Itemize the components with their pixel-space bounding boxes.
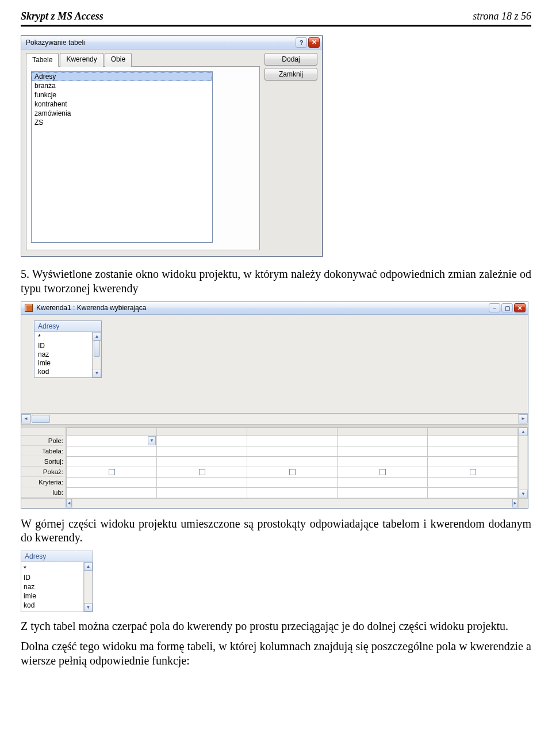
header-right: strona 18 z 56 (473, 10, 531, 22)
grid-cell[interactable] (67, 436, 157, 446)
fieldlist-title: Adresy (34, 321, 101, 332)
field-item[interactable]: * (37, 333, 90, 342)
close-button[interactable]: Zamknij (264, 68, 317, 81)
scroll-track[interactable] (72, 499, 512, 508)
fieldlist-adresy-small[interactable]: Adresy * ID naz imie kod ▲ ▼ (21, 551, 93, 612)
table-row (67, 456, 518, 467)
field-dropdown-icon[interactable]: ▼ (148, 436, 156, 445)
scroll-up-icon[interactable]: ▲ (93, 332, 101, 341)
table-row (67, 487, 518, 498)
field-item[interactable]: imie (37, 359, 90, 368)
scroll-right-icon[interactable]: ► (519, 414, 528, 423)
tab-tabele[interactable]: Tabele (26, 53, 59, 67)
table-row (67, 446, 518, 456)
dialog-close-button[interactable]: ✕ (308, 37, 320, 48)
tab-kwerendy[interactable]: Kwerendy (60, 53, 103, 67)
field-item[interactable]: ID (24, 573, 81, 582)
query-design-window: Kwerenda1 : Kwerenda wybierająca – ▢ ✕ A… (21, 301, 528, 509)
row-label-pole: Pole: (21, 436, 63, 446)
table-row (67, 436, 518, 446)
upper-hscrollbar[interactable]: ◄ ► (21, 414, 528, 424)
row-label-kryteria: Kryteria: (21, 477, 63, 487)
maximize-button[interactable]: ▢ (501, 303, 513, 312)
row-label-sortuj: Sortuj: (21, 456, 63, 467)
scroll-track[interactable] (93, 341, 101, 369)
grid-row-labels: Pole: Tabela: Sortuj: Pokaż: Kryteria: l… (21, 427, 66, 498)
scroll-down-icon[interactable]: ▼ (519, 490, 528, 498)
fieldlist-items[interactable]: * ID naz imie kod (34, 332, 92, 377)
grid-table[interactable] (66, 427, 518, 498)
table-listbox[interactable]: Adresy branża funkcje kontrahent zamówie… (31, 71, 213, 243)
grid-hscrollbar[interactable]: ◄ ► (21, 498, 528, 508)
scroll-left-icon[interactable]: ◄ (66, 499, 72, 507)
table-row (67, 477, 518, 487)
query-upper-pane[interactable]: Adresy * ID naz imie kod ▲ ▼ (21, 315, 528, 414)
scroll-up-icon[interactable]: ▲ (519, 427, 528, 436)
grid-vscrollbar[interactable]: ▲ ▼ (518, 427, 528, 498)
scroll-up-icon[interactable]: ▲ (84, 562, 93, 571)
paragraph-upper-desc: W górnej części widoku projektu umieszcz… (21, 517, 531, 545)
list-item[interactable]: ZS (32, 118, 212, 127)
table-row (67, 467, 518, 477)
query-design-grid: Pole: Tabela: Sortuj: Pokaż: Kryteria: l… (21, 427, 528, 498)
dialog-title: Pokazywanie tabeli (26, 39, 294, 47)
field-item[interactable]: ID (37, 342, 90, 350)
dialog-help-button[interactable]: ? (296, 37, 307, 48)
show-checkbox[interactable] (109, 469, 115, 475)
query-titlebar[interactable]: Kwerenda1 : Kwerenda wybierająca – ▢ ✕ (21, 302, 528, 315)
window-close-button[interactable]: ✕ (514, 303, 526, 312)
table-fieldlist-adresy[interactable]: Adresy * ID naz imie kod ▲ ▼ (34, 320, 102, 378)
scroll-left-icon[interactable]: ◄ (21, 414, 30, 423)
dialog-titlebar[interactable]: Pokazywanie tabeli ? ✕ (21, 36, 322, 49)
grid-cells-area[interactable]: ▼ (66, 427, 518, 498)
show-checkbox[interactable] (199, 469, 205, 475)
scroll-right-icon[interactable]: ► (512, 499, 518, 507)
scroll-thumb[interactable] (94, 341, 100, 357)
header-left: Skrypt z MS Access (21, 10, 103, 22)
fieldlist-scrollbar[interactable]: ▲ ▼ (92, 332, 101, 377)
list-item[interactable]: branża (32, 81, 212, 90)
header-rule (21, 25, 531, 27)
show-checkbox[interactable] (379, 469, 386, 475)
field-item[interactable]: imie (24, 591, 81, 601)
list-item[interactable]: kontrahent (32, 100, 212, 109)
add-button[interactable]: Dodaj (264, 53, 317, 66)
field-item[interactable]: kod (24, 601, 81, 610)
show-checkbox[interactable] (289, 469, 296, 475)
smallbox-scrollbar[interactable]: ▲ ▼ (83, 562, 93, 612)
scroll-track[interactable] (30, 414, 519, 424)
tab-obie[interactable]: Obie (105, 53, 132, 67)
dialog-tabpanel: Adresy branża funkcje kontrahent zamówie… (26, 66, 260, 250)
dialog-tabstrip: Tabele Kwerendy Obie (26, 53, 260, 67)
row-label-tabela: Tabela: (21, 446, 63, 456)
paragraph-lower-desc: Dolna część tego widoku ma formę tabeli,… (21, 639, 531, 668)
query-window-title: Kwerenda1 : Kwerenda wybierająca (36, 304, 488, 312)
minimize-button[interactable]: – (489, 303, 500, 312)
field-item[interactable]: * (24, 564, 81, 573)
field-item[interactable]: naz (24, 582, 81, 591)
paragraph-step5: 5. Wyświetlone zostanie okno widoku proj… (21, 267, 531, 296)
row-label-pokaz: Pokaż: (21, 467, 63, 477)
scroll-thumb[interactable] (32, 415, 50, 423)
query-window-icon (25, 304, 33, 312)
smallbox-title: Adresy (21, 551, 93, 562)
list-item[interactable]: Adresy (32, 72, 212, 81)
list-item[interactable]: zamówienia (32, 109, 212, 118)
field-item[interactable]: kod (37, 368, 90, 376)
scroll-track[interactable] (519, 436, 528, 490)
show-checkbox[interactable] (470, 469, 476, 475)
row-label-lub: lub: (21, 487, 63, 498)
show-table-dialog: Pokazywanie tabeli ? ✕ Tabele Kwerendy O… (21, 35, 323, 257)
field-item[interactable]: naz (37, 350, 90, 359)
scroll-down-icon[interactable]: ▼ (93, 369, 101, 377)
page-header: Skrypt z MS Access strona 18 z 56 (21, 10, 531, 22)
smallbox-items[interactable]: * ID naz imie kod (21, 562, 83, 612)
scroll-down-icon[interactable]: ▼ (84, 603, 93, 612)
paragraph-drag-fields: Z tych tabel można czerpać pola do kwere… (21, 619, 531, 633)
scroll-track[interactable] (84, 571, 93, 603)
list-item[interactable]: funkcje (32, 90, 212, 100)
